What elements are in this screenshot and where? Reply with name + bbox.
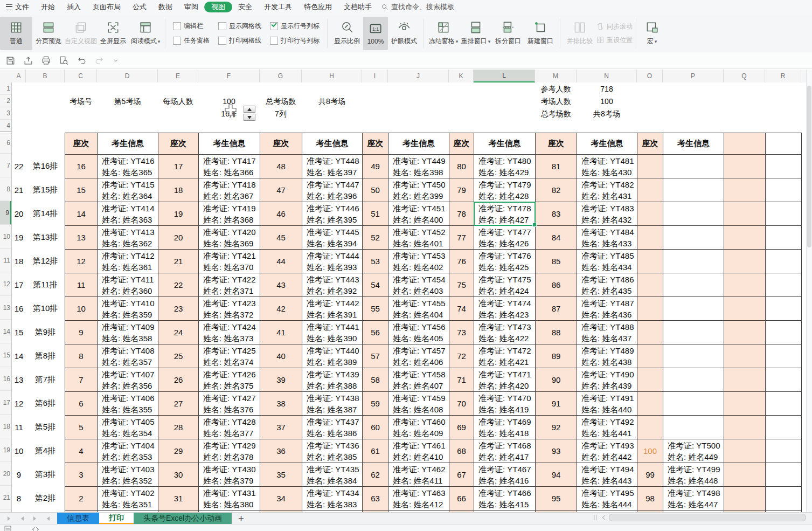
cell-H16[interactable]: 准考证: YT439姓名: 姓名388: [302, 368, 363, 392]
cell-C21[interactable]: 2: [65, 487, 98, 511]
full-screen-button[interactable]: 全屏显示: [97, 17, 129, 50]
column-header-E[interactable]: E: [158, 70, 198, 82]
column-header-Q[interactable]: Q: [724, 70, 765, 82]
cell-F7[interactable]: 准考证: YT417姓名: 姓名366: [199, 155, 260, 178]
row-header-4[interactable]: 4: [0, 120, 11, 132]
cell-P19[interactable]: 准考证: YT500姓名: 姓名449: [663, 439, 724, 463]
cell-K20[interactable]: 67: [449, 463, 474, 487]
unchecked-box-icon[interactable]: [218, 22, 226, 30]
cell-N9[interactable]: 准考证: YT483姓名: 姓名432: [577, 202, 637, 226]
cell-L15[interactable]: 准考证: YT472姓名: 姓名421: [474, 344, 536, 368]
header-info-F[interactable]: 考生信息: [199, 133, 260, 155]
header-seat-E[interactable]: 座次: [158, 133, 199, 155]
cell-F20[interactable]: 准考证: YT430姓名: 姓名379: [199, 463, 260, 487]
cell-J10[interactable]: 准考证: YT452姓名: 姓名401: [388, 226, 449, 250]
cell-L14[interactable]: 准考证: YT473姓名: 姓名422: [474, 321, 536, 344]
cell-O7[interactable]: [637, 155, 663, 178]
cell-C17[interactable]: 6: [65, 392, 98, 416]
cell-Q9[interactable]: [724, 202, 766, 226]
column-header-L[interactable]: L: [474, 70, 535, 82]
cell-M13[interactable]: 87: [536, 297, 577, 321]
cell-G13[interactable]: 42: [260, 297, 302, 321]
cell-D20[interactable]: 准考证: YT403姓名: 姓名352: [98, 463, 158, 487]
cell-R17[interactable]: [766, 392, 802, 416]
cell-E21[interactable]: 31: [158, 487, 199, 511]
zoom-100-button[interactable]: 1:1100%: [363, 17, 388, 50]
cell-D21[interactable]: 准考证: YT402姓名: 姓名351: [98, 487, 158, 511]
cell-R12[interactable]: [766, 273, 802, 297]
cell-J17[interactable]: 准考证: YT459姓名: 姓名408: [388, 392, 449, 416]
cell-O13[interactable]: [637, 297, 663, 321]
cell-N19[interactable]: 准考证: YT493姓名: 姓名442: [577, 439, 637, 463]
cell-I9[interactable]: 51: [363, 202, 388, 226]
cell-K7[interactable]: 80: [449, 155, 474, 178]
sheet-tab-info-sheet[interactable]: 信息表: [57, 513, 99, 525]
cell-D11[interactable]: 准考证: YT412姓名: 姓名361: [98, 250, 158, 273]
cell-A11[interactable]: 18: [12, 249, 26, 273]
print-button[interactable]: [41, 56, 51, 66]
cell-K14[interactable]: 73: [449, 321, 474, 344]
menu-search[interactable]: 查找命令、搜索模板: [381, 2, 454, 12]
cell-D17[interactable]: 准考证: YT406姓名: 姓名355: [98, 392, 158, 416]
cell-D13[interactable]: 准考证: YT410姓名: 姓名359: [98, 297, 158, 321]
cell-F10[interactable]: 准考证: YT420姓名: 姓名369: [199, 226, 260, 250]
cell-F9[interactable]: 准考证: YT419姓名: 姓名368: [199, 202, 260, 226]
cell-R7[interactable]: [766, 155, 802, 178]
cell-B8[interactable]: 第15排: [26, 178, 65, 202]
cell-O19[interactable]: 100: [637, 439, 663, 463]
header-info-N[interactable]: 考生信息: [577, 133, 637, 155]
column-header-O[interactable]: O: [637, 70, 663, 82]
cell-Q14[interactable]: [724, 321, 766, 344]
header-info-L[interactable]: 考生信息: [474, 133, 536, 155]
cell-G21[interactable]: 34: [260, 487, 302, 511]
cell-C7[interactable]: 16: [65, 155, 98, 178]
cell-M14[interactable]: 88: [536, 321, 577, 344]
cell-M3[interactable]: 总考场数: [541, 109, 571, 119]
cell-R18[interactable]: [766, 416, 802, 439]
cell-R19[interactable]: [766, 439, 802, 463]
cell-H8[interactable]: 准考证: YT447姓名: 姓名396: [302, 178, 363, 202]
cell-H19[interactable]: 准考证: YT436姓名: 姓名385: [302, 439, 363, 463]
cell-M17[interactable]: 91: [536, 392, 577, 416]
cell-Q13[interactable]: [724, 297, 766, 321]
cell-K18[interactable]: 69: [449, 416, 474, 439]
cell-K10[interactable]: 77: [449, 226, 474, 250]
column-header-F[interactable]: F: [198, 70, 260, 82]
show-headings-checkbox[interactable]: 显示行号列标: [270, 22, 320, 31]
cell-N2[interactable]: 100: [600, 97, 613, 106]
cell-P12[interactable]: [663, 273, 724, 297]
cell-M2[interactable]: 考场人数: [541, 97, 571, 107]
menu-item-view[interactable]: 视图: [204, 2, 232, 12]
cell-F12[interactable]: 准考证: YT422姓名: 姓名371: [199, 273, 260, 297]
cell-Q19[interactable]: [724, 439, 766, 463]
cell-O18[interactable]: [637, 416, 663, 439]
menu-item-special-apps[interactable]: 特色应用: [298, 2, 338, 12]
cell-Q15[interactable]: [724, 344, 766, 368]
cell-A12[interactable]: 17: [12, 273, 26, 296]
cell-N11[interactable]: 准考证: YT485姓名: 姓名434: [577, 250, 637, 273]
cell-O8[interactable]: [637, 178, 663, 202]
cell-H9[interactable]: 准考证: YT446姓名: 姓名395: [302, 202, 363, 226]
cell-D10[interactable]: 准考证: YT413姓名: 姓名362: [98, 226, 158, 250]
menu-item-data[interactable]: 数据: [152, 2, 178, 12]
menu-item-insert[interactable]: 插入: [61, 2, 87, 12]
page-preview-button[interactable]: 分页预览: [32, 17, 65, 50]
cell-B7[interactable]: 第16排: [26, 154, 65, 178]
cell-O14[interactable]: [637, 321, 663, 344]
header-seat-O[interactable]: 座次: [637, 133, 663, 155]
column-header-J[interactable]: J: [388, 70, 449, 82]
cell-A17[interactable]: 12: [12, 391, 26, 415]
cell-Q21[interactable]: [724, 487, 766, 511]
column-header-M[interactable]: M: [535, 70, 577, 82]
cell-J15[interactable]: 准考证: YT457姓名: 姓名406: [388, 344, 449, 368]
cell-F16[interactable]: 准考证: YT426姓名: 姓名375: [199, 368, 260, 392]
cell-A15[interactable]: 14: [12, 344, 26, 368]
column-header-P[interactable]: P: [663, 70, 724, 82]
vertical-scrollbar[interactable]: [806, 70, 812, 512]
cell-E17[interactable]: 27: [158, 392, 199, 416]
save-button[interactable]: [5, 56, 16, 66]
cell-Q18[interactable]: [724, 416, 766, 439]
column-header-H[interactable]: H: [302, 70, 362, 82]
cell-N14[interactable]: 准考证: YT488姓名: 姓名437: [577, 321, 637, 344]
cell-R13[interactable]: [766, 297, 802, 321]
